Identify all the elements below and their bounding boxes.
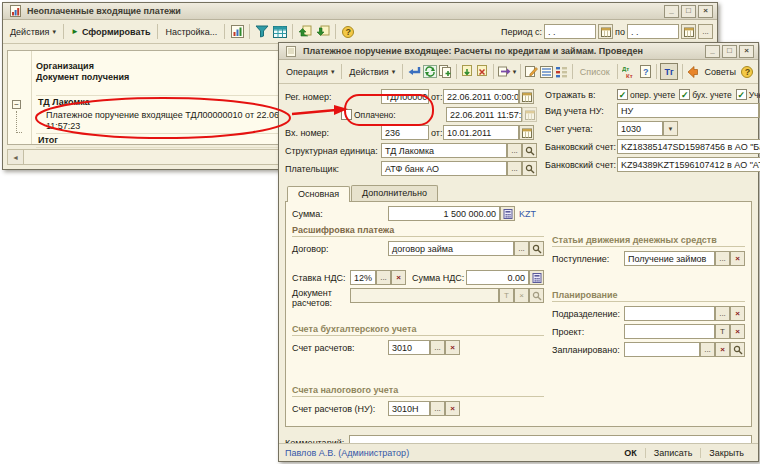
tax-account-input[interactable]: 3010Н — [388, 401, 430, 416]
filter-icon[interactable] — [254, 24, 270, 39]
paid-date-input[interactable]: 22.06.2011 11:57:23 — [446, 107, 522, 122]
refresh-icon[interactable] — [423, 64, 437, 79]
nu-kind-input[interactable]: НУ — [617, 103, 759, 118]
minimize-button[interactable]: _ — [705, 45, 720, 58]
magnifier-button[interactable] — [529, 288, 544, 303]
save-button[interactable]: Записать — [645, 448, 700, 458]
incoming-number-input[interactable]: 236 — [381, 125, 429, 140]
help-icon[interactable]: ? — [741, 64, 754, 79]
planned-input[interactable] — [624, 342, 700, 357]
select-button[interactable]: ... — [715, 306, 730, 321]
tenge-toggle[interactable]: Тг — [660, 63, 677, 80]
contract-input[interactable]: договор займа — [388, 241, 514, 256]
settlement-doc-input[interactable] — [350, 288, 499, 303]
minimize-button[interactable]: _ — [664, 5, 679, 18]
type-button[interactable]: Т — [499, 288, 514, 303]
table-settings-icon[interactable] — [272, 24, 288, 39]
list-button[interactable]: Список — [577, 66, 613, 78]
clear-button[interactable]: × — [730, 324, 745, 339]
dtkt-icon[interactable]: ДтКт — [622, 64, 637, 79]
close-button[interactable]: × — [698, 5, 713, 18]
save-settings-icon[interactable] — [315, 24, 331, 39]
structural-unit-input[interactable]: ТД Лакомка — [381, 143, 507, 158]
maximize-button[interactable]: □ — [722, 45, 737, 58]
report-window-titlebar[interactable]: Неоплаченные входящие платежи _ □ × — [3, 3, 717, 20]
collapse-icon[interactable]: − — [12, 100, 21, 109]
settlement-account-input[interactable]: 3010 — [388, 340, 430, 355]
load-settings-icon[interactable] — [297, 24, 313, 39]
clear-button[interactable]: × — [391, 270, 406, 285]
kpn-accounting-checkbox[interactable]: ✓ — [736, 89, 747, 100]
bank-account1-input[interactable]: KZ18385147SD15987456 в АО "Бан — [617, 139, 760, 154]
clear-button[interactable]: × — [445, 340, 460, 355]
project-input[interactable] — [624, 324, 715, 339]
operation-menu-button[interactable]: Операция ▾ — [283, 66, 337, 78]
report-icon[interactable] — [229, 24, 245, 39]
sum-input[interactable]: 1 500 000.00 — [388, 206, 500, 221]
income-item-input[interactable]: Получение займов — [624, 251, 715, 266]
calculator-button[interactable] — [500, 206, 515, 221]
doc-window-titlebar[interactable]: Платежное поручение входящее: Расчеты по… — [279, 43, 758, 60]
dropdown-button[interactable]: ▼ — [663, 121, 678, 136]
bank-account2-input[interactable]: KZ94389KZT1596107412 в АО "АТФ — [617, 157, 760, 172]
select-button[interactable]: ... — [507, 161, 522, 176]
maximize-button[interactable]: □ — [681, 5, 696, 18]
document-report-icon[interactable]: ? — [639, 64, 652, 79]
account-input[interactable]: 1030 — [617, 121, 663, 136]
edit-icon[interactable] — [525, 64, 538, 79]
magnifier-button[interactable] — [529, 241, 544, 256]
chevron-down-icon[interactable]: ▾ — [513, 68, 517, 76]
clear-button[interactable]: × — [730, 251, 745, 266]
clear-button[interactable]: × — [514, 288, 529, 303]
post-document-icon[interactable] — [461, 64, 474, 79]
unpost-document-icon[interactable] — [476, 64, 489, 79]
calendar-button[interactable] — [681, 24, 696, 39]
clear-button[interactable]: × — [445, 401, 460, 416]
select-button[interactable]: ... — [700, 342, 715, 357]
department-input[interactable] — [624, 306, 715, 321]
reg-number-input[interactable]: ТДЛ00000010 — [381, 89, 429, 104]
tab-additional[interactable]: Дополнительно — [351, 185, 438, 201]
clear-button[interactable]: × — [730, 306, 745, 321]
calendar-button[interactable] — [519, 125, 534, 140]
magnifier-button[interactable] — [522, 143, 537, 158]
payer-input[interactable]: АТФ банк АО — [381, 161, 507, 176]
buh-accounting-checkbox[interactable]: ✓ — [679, 89, 690, 100]
select-button[interactable]: ... — [430, 401, 445, 416]
save-close-icon[interactable] — [407, 64, 421, 79]
advice-button[interactable]: Советы — [701, 66, 738, 78]
structure-icon[interactable] — [555, 64, 568, 79]
close-button[interactable]: × — [739, 45, 754, 58]
paid-checkbox[interactable] — [341, 109, 352, 120]
calendar-button[interactable] — [598, 24, 613, 39]
actions-menu-button[interactable]: Действия ▾ — [7, 26, 59, 38]
select-button[interactable]: ... — [514, 241, 529, 256]
oper-accounting-checkbox[interactable]: ✓ — [617, 89, 628, 100]
select-button[interactable]: ... — [715, 251, 730, 266]
vat-rate-input[interactable]: 12% — [350, 270, 376, 285]
actions-menu-button[interactable]: Действия ▾ — [346, 66, 398, 78]
type-button[interactable]: Т — [715, 324, 730, 339]
magnifier-button[interactable] — [522, 161, 537, 176]
period-to-input[interactable]: . . — [627, 24, 679, 39]
list-icon[interactable] — [540, 64, 553, 79]
close-button[interactable]: Закрыть — [700, 448, 752, 458]
goto-icon[interactable] — [498, 64, 511, 79]
calendar-button[interactable] — [519, 89, 534, 104]
incoming-date-input[interactable]: 10.01.2011 — [443, 125, 519, 140]
ok-button[interactable]: ОК — [616, 448, 645, 458]
period-from-input[interactable]: . . — [544, 24, 596, 39]
help-icon[interactable]: ? — [340, 24, 356, 39]
select-button[interactable]: ... — [430, 340, 445, 355]
select-button[interactable]: ... — [376, 270, 391, 285]
settings-button[interactable]: Настройка... — [162, 26, 220, 38]
copy-icon[interactable] — [439, 64, 452, 79]
generate-button[interactable]: ► Сформировать — [68, 26, 153, 38]
scroll-left-icon[interactable]: ◄ — [8, 150, 24, 164]
reg-date-input[interactable]: 22.06.2011 0:00:00 — [443, 89, 519, 104]
tab-main[interactable]: Основная — [287, 186, 350, 202]
magnifier-button[interactable] — [730, 342, 745, 357]
clear-button[interactable]: × — [715, 342, 730, 357]
vat-sum-input[interactable]: 0.00 — [466, 270, 529, 285]
advice-icon[interactable] — [686, 64, 699, 79]
